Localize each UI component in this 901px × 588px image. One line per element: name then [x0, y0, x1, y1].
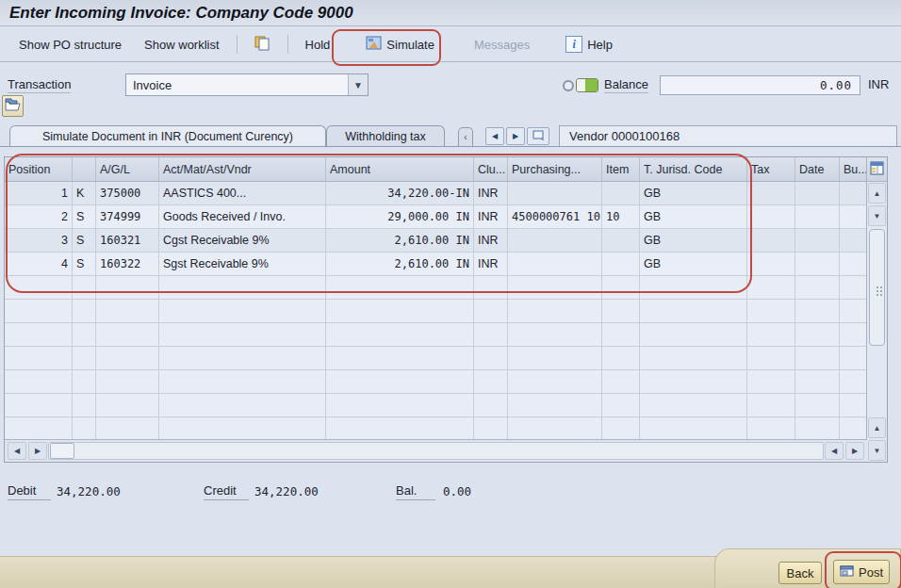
cell-jurisd[interactable]	[640, 276, 747, 300]
cell-name[interactable]: Goods Received / Invo.	[159, 205, 326, 229]
cell-name[interactable]	[159, 347, 326, 370]
cell-clu[interactable]	[474, 417, 508, 441]
cell-tax[interactable]	[747, 300, 795, 323]
tab-overflow-stub[interactable]: ‹	[458, 127, 473, 146]
cell-item[interactable]	[602, 417, 640, 441]
cell-purchasing[interactable]	[508, 394, 602, 417]
cell-tax[interactable]	[747, 253, 795, 276]
cell-item[interactable]: 10	[602, 205, 640, 229]
vertical-scrollbar-thumb[interactable]	[869, 229, 885, 346]
column-header-tax[interactable]: Tax	[747, 157, 795, 181]
cell-agl[interactable]: 374999	[96, 205, 159, 229]
po-structure-tree-button[interactable]	[2, 95, 24, 117]
cell-amount[interactable]: 34,220.00-IN	[326, 182, 474, 205]
cell-tax[interactable]	[747, 323, 795, 347]
cell-bu[interactable]	[840, 417, 867, 441]
tab-simulate-document[interactable]: Simulate Document in INR (Document Curen…	[9, 125, 326, 146]
cell-tax[interactable]	[747, 205, 795, 229]
cell-date[interactable]	[795, 205, 840, 229]
cell-agl[interactable]	[96, 417, 159, 441]
table-settings-button[interactable]	[867, 157, 887, 182]
cell-bu[interactable]	[840, 394, 867, 417]
cell-amount[interactable]: 2,610.00 IN	[326, 229, 474, 253]
cell-date[interactable]	[795, 394, 840, 417]
cell-amount[interactable]	[326, 276, 474, 300]
cell-tax[interactable]	[747, 394, 795, 417]
cell-date[interactable]	[795, 323, 840, 347]
cell-clu[interactable]	[474, 323, 508, 347]
cell-name[interactable]: Cgst Receivable 9%	[159, 229, 326, 253]
cell-name[interactable]	[159, 300, 326, 323]
cell-amount[interactable]	[326, 300, 474, 323]
cell-jurisd[interactable]: GB	[640, 205, 747, 229]
cell-clu[interactable]: INR	[474, 229, 508, 253]
hold-button[interactable]: Hold	[296, 33, 340, 57]
cell-dc[interactable]	[73, 276, 96, 300]
cell-dc[interactable]	[73, 417, 96, 441]
cell-bu[interactable]	[840, 205, 867, 229]
scroll-right-button-end[interactable]: ▶	[845, 442, 864, 460]
cell-clu[interactable]	[474, 300, 508, 323]
cell-purchasing[interactable]	[508, 370, 602, 394]
cell-date[interactable]	[795, 417, 840, 441]
cell-bu[interactable]	[840, 253, 867, 276]
cell-position[interactable]	[5, 347, 73, 370]
cell-name[interactable]	[159, 417, 326, 441]
cell-tax[interactable]	[747, 370, 795, 394]
cell-jurisd[interactable]	[640, 417, 747, 441]
cell-tax[interactable]	[747, 276, 795, 300]
cell-position[interactable]	[5, 394, 73, 417]
cell-item[interactable]	[602, 347, 640, 370]
cell-name[interactable]	[159, 323, 326, 347]
cell-dc[interactable]	[73, 300, 96, 323]
scrollbar-track[interactable]	[867, 348, 887, 416]
cell-item[interactable]	[602, 229, 640, 253]
cell-jurisd[interactable]	[640, 394, 747, 417]
cell-jurisd[interactable]	[640, 370, 747, 394]
column-header-position[interactable]: Position	[5, 157, 73, 181]
cell-agl[interactable]	[96, 323, 159, 347]
tab-scroll-right-button[interactable]: ▶	[506, 127, 525, 145]
cell-purchasing[interactable]	[508, 276, 602, 300]
expand-tab-button[interactable]	[527, 127, 549, 145]
cell-purchasing[interactable]	[508, 323, 602, 347]
cell-position[interactable]	[5, 276, 73, 300]
horizontal-scrollbar-track[interactable]	[48, 442, 824, 460]
horizontal-scrollbar[interactable]: ◀ ▶ ◀ ▶	[5, 439, 867, 462]
cell-dc[interactable]	[73, 323, 96, 347]
cell-item[interactable]	[602, 276, 640, 300]
column-header-purchasing[interactable]: Purchasing...	[508, 157, 602, 181]
cell-amount[interactable]	[326, 347, 474, 370]
cell-bu[interactable]	[840, 276, 867, 300]
cell-tax[interactable]	[747, 347, 795, 370]
cell-position[interactable]: 1	[5, 182, 73, 205]
cell-purchasing[interactable]	[508, 347, 602, 370]
cell-tax[interactable]	[747, 182, 795, 205]
help-button[interactable]: i Help	[556, 31, 622, 57]
cell-purchasing[interactable]: 4500000761 10	[508, 205, 602, 229]
show-worklist-button[interactable]: Show worklist	[135, 33, 228, 57]
cell-position[interactable]: 3	[5, 229, 73, 253]
cell-dc[interactable]	[73, 394, 96, 417]
cell-date[interactable]	[795, 347, 840, 370]
cell-jurisd[interactable]: GB	[640, 253, 747, 276]
cell-agl[interactable]: 160322	[96, 253, 159, 276]
column-header-amount[interactable]: Amount	[326, 157, 474, 181]
column-header-item[interactable]: Item	[602, 157, 640, 181]
column-header-name[interactable]: Act/Mat/Ast/Vndr	[159, 157, 326, 181]
cell-dc[interactable]: S	[73, 205, 96, 229]
cell-bu[interactable]	[840, 370, 867, 394]
cell-name[interactable]	[159, 276, 326, 300]
horizontal-scrollbar-thumb[interactable]	[50, 443, 74, 459]
column-header-date[interactable]: Date	[795, 157, 840, 181]
cell-tax[interactable]	[747, 229, 795, 253]
tab-withholding-tax[interactable]: Withholding tax	[326, 125, 445, 146]
cell-date[interactable]	[795, 253, 840, 276]
cell-item[interactable]	[602, 394, 640, 417]
cell-jurisd[interactable]	[640, 300, 747, 323]
simulate-button[interactable]: Simulate	[356, 31, 444, 57]
cell-clu[interactable]: INR	[474, 182, 508, 205]
column-header-bu[interactable]: Bu...	[840, 157, 867, 181]
cell-date[interactable]	[795, 276, 840, 300]
scroll-left-button[interactable]: ◀	[8, 442, 26, 460]
